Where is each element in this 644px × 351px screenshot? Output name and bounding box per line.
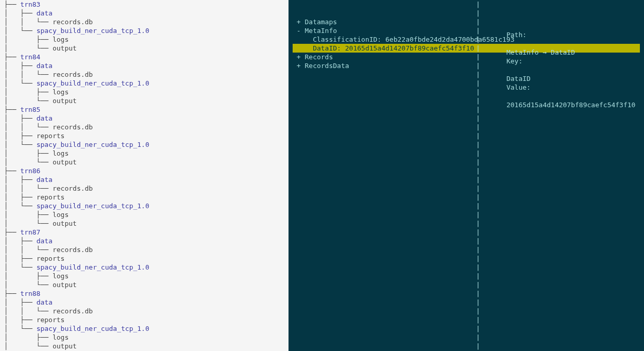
file-tree-row[interactable]: │ └── spacy_build_ner_cuda_tcp_1.0	[4, 26, 284, 35]
json-tree-label: Records	[304, 53, 333, 61]
folder-label: data	[37, 176, 53, 183]
detail-value-label: Value:	[506, 83, 531, 91]
file-tree-row[interactable]: │ ├── data	[4, 114, 284, 123]
file-tree-row[interactable]: ├── trn87	[4, 228, 284, 237]
file-tree-row[interactable]: │ ├── logs	[4, 88, 284, 96]
file-tree-row[interactable]: │ │ └── records.db	[4, 245, 284, 254]
file-tree-row[interactable]: │ └── output	[4, 280, 284, 289]
file-label: output	[53, 158, 77, 166]
file-tree-row[interactable]: │ │ └── records.db	[4, 307, 284, 315]
folder-label: trn88	[20, 290, 40, 297]
file-tree-row[interactable]: │ └── spacy_build_ner_cuda_tcp_1.0	[4, 263, 284, 272]
file-tree-row[interactable]: │ ├── reports	[4, 315, 284, 324]
file-label: reports	[37, 255, 65, 262]
file-tree-row[interactable]: ├── trn83	[4, 0, 284, 9]
json-tree-label: MetaInfo	[304, 27, 337, 35]
file-label: records.db	[53, 18, 93, 26]
separator-glyph: |	[476, 219, 480, 228]
file-tree-row[interactable]: │ ├── data	[4, 175, 284, 184]
file-label: output	[53, 281, 77, 289]
file-tree-row[interactable]: │ ├── data	[4, 9, 284, 18]
separator-glyph: |	[476, 237, 480, 245]
separator-glyph: |	[476, 0, 480, 9]
file-tree-row[interactable]: │ ├── logs	[4, 333, 284, 342]
folder-label: spacy_build_ner_cuda_tcp_1.0	[37, 27, 149, 35]
file-tree-row[interactable]: │ │ └── records.db	[4, 18, 284, 26]
folder-label: data	[37, 237, 53, 245]
separator-glyph: |	[476, 175, 480, 184]
folder-label: spacy_build_ner_cuda_tcp_1.0	[37, 141, 149, 148]
detail-path-label: Path:	[506, 31, 527, 39]
file-tree-row[interactable]: │ └── output	[4, 158, 284, 166]
file-tree-row[interactable]: │ └── spacy_build_ner_cuda_tcp_1.0	[4, 202, 284, 210]
separator-glyph: |	[476, 202, 480, 210]
file-tree-row[interactable]: │ ├── logs	[4, 35, 284, 44]
separator-glyph: |	[476, 70, 480, 79]
file-label: records.db	[53, 123, 93, 131]
separator-glyph: |	[476, 289, 480, 298]
file-tree-row[interactable]: ├── trn88	[4, 289, 284, 298]
file-tree-pane[interactable]: ├── trn83│ ├── data│ │ └── records.db│ └…	[0, 0, 289, 351]
file-label: records.db	[53, 307, 93, 315]
folder-label: data	[37, 9, 53, 17]
file-tree-row[interactable]: │ └── spacy_build_ner_cuda_tcp_1.0	[4, 79, 284, 88]
separator-glyph: |	[476, 272, 480, 280]
file-tree-row[interactable]: │ ├── reports	[4, 131, 284, 140]
file-label: records.db	[53, 246, 93, 254]
file-label: reports	[37, 316, 65, 324]
file-tree-row[interactable]: │ │ └── records.db	[4, 70, 284, 79]
separator-glyph: |	[476, 96, 480, 105]
file-tree-row[interactable]: │ ├── logs	[4, 272, 284, 280]
separator-glyph: |	[476, 26, 480, 35]
file-label: output	[53, 97, 77, 105]
file-label: reports	[37, 193, 65, 201]
json-tree-label: Datamaps	[304, 18, 337, 26]
separator-glyph: |	[476, 149, 480, 158]
file-tree-row[interactable]: │ └── output	[4, 96, 284, 105]
detail-value-value: 20165d15a4d14207bf89caefc54f3f10	[506, 101, 635, 109]
file-tree-row[interactable]: ├── trn86	[4, 166, 284, 175]
separator-glyph: |	[476, 114, 480, 123]
file-tree-row[interactable]: │ │ └── records.db	[4, 123, 284, 131]
file-tree-row[interactable]: │ └── output	[4, 342, 284, 350]
folder-label: trn84	[20, 53, 40, 61]
file-tree-row[interactable]: │ ├── data	[4, 237, 284, 245]
file-label: records.db	[53, 185, 93, 192]
file-label: logs	[53, 149, 69, 157]
file-tree-row[interactable]: │ ├── logs	[4, 149, 284, 158]
file-tree-row[interactable]: │ ├── reports	[4, 193, 284, 202]
folder-label: spacy_build_ner_cuda_tcp_1.0	[37, 202, 149, 210]
file-label: logs	[53, 88, 69, 96]
separator-glyph: |	[476, 140, 480, 149]
file-tree-row[interactable]: │ ├── logs	[4, 210, 284, 219]
separator-glyph: |	[476, 158, 480, 166]
separator-glyph: |	[476, 228, 480, 237]
file-tree-row[interactable]: │ ├── data	[4, 61, 284, 70]
folder-label: trn87	[20, 228, 40, 236]
file-tree-row[interactable]: │ └── output	[4, 44, 284, 53]
folder-label: spacy_build_ner_cuda_tcp_1.0	[37, 263, 149, 271]
file-tree-row[interactable]: ├── trn84	[4, 53, 284, 61]
separator-glyph: |	[476, 18, 480, 26]
detail-key-value: DataID	[506, 75, 531, 82]
file-tree-row[interactable]: │ │ └── records.db	[4, 184, 284, 193]
file-tree-row[interactable]: │ └── output	[4, 219, 284, 228]
file-tree-row[interactable]: │ └── spacy_build_ner_cuda_tcp_1.0	[4, 140, 284, 149]
file-tree-row[interactable]: ├── trn85	[4, 105, 284, 114]
file-label: logs	[53, 36, 69, 43]
file-tree-row[interactable]: │ ├── reports	[4, 254, 284, 263]
detail-path: Path: MetaInfo → DataID	[482, 22, 640, 30]
folder-label: trn83	[20, 1, 40, 8]
separator-glyph: |	[476, 298, 480, 307]
file-label: output	[53, 342, 77, 350]
folder-label: spacy_build_ner_cuda_tcp_1.0	[37, 79, 149, 87]
separator-glyph: |	[476, 333, 480, 342]
file-label: reports	[37, 132, 65, 140]
separator-glyph: |	[476, 105, 480, 114]
separator-glyph: |	[476, 79, 480, 88]
file-label: records.db	[53, 71, 93, 78]
json-tree-pane[interactable]: + Datamaps - MetaInfo ClassificationID: …	[289, 0, 644, 351]
file-tree-row[interactable]: │ └── spacy_build_ner_cuda_tcp_1.0	[4, 324, 284, 333]
json-tree-label: DataID: 20165d15a4d14207bf89caefc54f3f10	[304, 44, 474, 52]
file-tree-row[interactable]: │ ├── data	[4, 298, 284, 307]
